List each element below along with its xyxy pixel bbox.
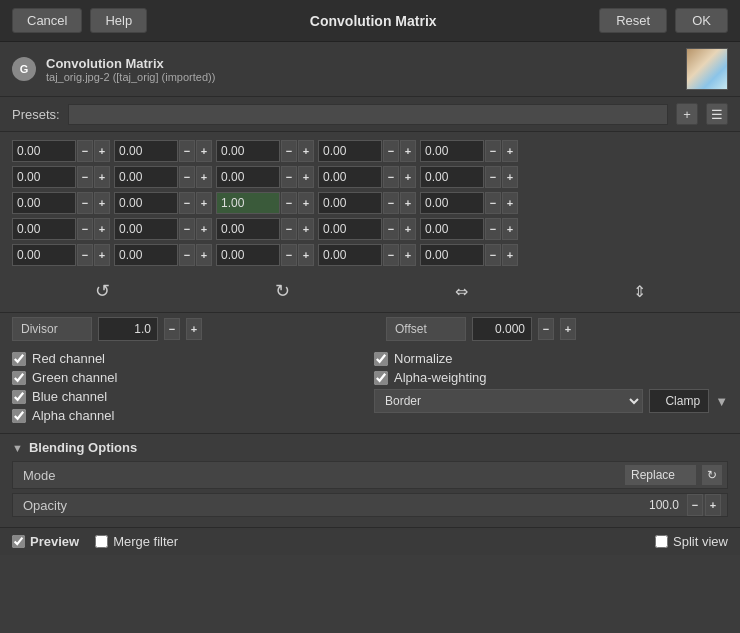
matrix-plus-0-3[interactable]: +	[400, 140, 416, 162]
matrix-minus-4-1[interactable]: −	[179, 244, 195, 266]
matrix-plus-0-2[interactable]: +	[298, 140, 314, 162]
matrix-input-3-2[interactable]	[216, 218, 280, 240]
matrix-minus-4-2[interactable]: −	[281, 244, 297, 266]
flip-vertical-button[interactable]: ⇕	[625, 280, 654, 303]
matrix-input-2-4[interactable]	[420, 192, 484, 214]
help-button[interactable]: Help	[90, 8, 147, 33]
matrix-input-0-3[interactable]	[318, 140, 382, 162]
matrix-input-1-4[interactable]	[420, 166, 484, 188]
matrix-plus-4-0[interactable]: +	[94, 244, 110, 266]
merge-filter-label[interactable]: Merge filter	[113, 534, 178, 549]
matrix-plus-1-2[interactable]: +	[298, 166, 314, 188]
alpha-weighting-label[interactable]: Alpha-weighting	[394, 370, 487, 385]
matrix-minus-0-0[interactable]: −	[77, 140, 93, 162]
matrix-input-0-4[interactable]	[420, 140, 484, 162]
merge-filter-checkbox[interactable]	[95, 535, 108, 548]
offset-decrement-button[interactable]: −	[538, 318, 554, 340]
matrix-plus-3-1[interactable]: +	[196, 218, 212, 240]
matrix-minus-3-1[interactable]: −	[179, 218, 195, 240]
preview-label[interactable]: Preview	[30, 534, 79, 549]
offset-increment-button[interactable]: +	[560, 318, 576, 340]
matrix-plus-4-2[interactable]: +	[298, 244, 314, 266]
matrix-input-4-0[interactable]	[12, 244, 76, 266]
blue-channel-checkbox[interactable]	[12, 390, 26, 404]
presets-add-button[interactable]: +	[676, 103, 698, 125]
matrix-plus-4-3[interactable]: +	[400, 244, 416, 266]
border-select[interactable]: Border	[374, 389, 643, 413]
matrix-input-1-2[interactable]	[216, 166, 280, 188]
matrix-plus-3-0[interactable]: +	[94, 218, 110, 240]
blue-channel-label[interactable]: Blue channel	[32, 389, 107, 404]
matrix-minus-1-0[interactable]: −	[77, 166, 93, 188]
normalize-checkbox[interactable]	[374, 352, 388, 366]
matrix-input-4-4[interactable]	[420, 244, 484, 266]
matrix-minus-1-3[interactable]: −	[383, 166, 399, 188]
matrix-plus-0-0[interactable]: +	[94, 140, 110, 162]
matrix-input-0-2[interactable]	[216, 140, 280, 162]
matrix-input-1-0[interactable]	[12, 166, 76, 188]
divisor-increment-button[interactable]: +	[186, 318, 202, 340]
split-view-checkbox[interactable]	[655, 535, 668, 548]
matrix-plus-4-4[interactable]: +	[502, 244, 518, 266]
red-channel-label[interactable]: Red channel	[32, 351, 105, 366]
rotate-cw-button[interactable]: ↻	[267, 278, 298, 304]
matrix-plus-1-0[interactable]: +	[94, 166, 110, 188]
matrix-plus-2-4[interactable]: +	[502, 192, 518, 214]
alpha-channel-checkbox[interactable]	[12, 409, 26, 423]
matrix-input-0-0[interactable]	[12, 140, 76, 162]
matrix-minus-1-2[interactable]: −	[281, 166, 297, 188]
matrix-plus-1-4[interactable]: +	[502, 166, 518, 188]
matrix-input-1-1[interactable]	[114, 166, 178, 188]
reset-button[interactable]: Reset	[599, 8, 667, 33]
blending-section-header[interactable]: ▼ Blending Options	[12, 440, 728, 455]
matrix-minus-2-3[interactable]: −	[383, 192, 399, 214]
alpha-channel-label[interactable]: Alpha channel	[32, 408, 114, 423]
matrix-input-2-0[interactable]	[12, 192, 76, 214]
matrix-plus-2-2[interactable]: +	[298, 192, 314, 214]
matrix-plus-2-1[interactable]: +	[196, 192, 212, 214]
matrix-minus-3-4[interactable]: −	[485, 218, 501, 240]
matrix-plus-0-4[interactable]: +	[502, 140, 518, 162]
green-channel-checkbox[interactable]	[12, 371, 26, 385]
normalize-label[interactable]: Normalize	[394, 351, 453, 366]
opacity-decrement-button[interactable]: −	[687, 494, 703, 516]
flip-horizontal-button[interactable]: ⇔	[447, 280, 476, 303]
matrix-minus-2-0[interactable]: −	[77, 192, 93, 214]
split-view-label[interactable]: Split view	[673, 534, 728, 549]
rotate-ccw-button[interactable]: ↺	[87, 278, 118, 304]
matrix-input-2-2[interactable]	[216, 192, 280, 214]
matrix-minus-0-3[interactable]: −	[383, 140, 399, 162]
matrix-input-4-2[interactable]	[216, 244, 280, 266]
matrix-plus-3-2[interactable]: +	[298, 218, 314, 240]
matrix-minus-0-1[interactable]: −	[179, 140, 195, 162]
matrix-minus-2-1[interactable]: −	[179, 192, 195, 214]
matrix-minus-1-4[interactable]: −	[485, 166, 501, 188]
matrix-minus-3-2[interactable]: −	[281, 218, 297, 240]
matrix-plus-1-1[interactable]: +	[196, 166, 212, 188]
matrix-minus-0-2[interactable]: −	[281, 140, 297, 162]
matrix-input-1-3[interactable]	[318, 166, 382, 188]
matrix-input-3-0[interactable]	[12, 218, 76, 240]
border-dropdown-arrow[interactable]: ▼	[715, 394, 728, 409]
presets-select[interactable]	[68, 104, 668, 125]
matrix-input-3-1[interactable]	[114, 218, 178, 240]
matrix-input-4-1[interactable]	[114, 244, 178, 266]
matrix-minus-2-4[interactable]: −	[485, 192, 501, 214]
matrix-minus-4-0[interactable]: −	[77, 244, 93, 266]
opacity-increment-button[interactable]: +	[705, 494, 721, 516]
matrix-minus-4-4[interactable]: −	[485, 244, 501, 266]
presets-menu-button[interactable]: ☰	[706, 103, 728, 125]
matrix-plus-2-0[interactable]: +	[94, 192, 110, 214]
matrix-input-0-1[interactable]	[114, 140, 178, 162]
matrix-input-3-3[interactable]	[318, 218, 382, 240]
matrix-plus-3-3[interactable]: +	[400, 218, 416, 240]
matrix-plus-4-1[interactable]: +	[196, 244, 212, 266]
alpha-weighting-checkbox[interactable]	[374, 371, 388, 385]
red-channel-checkbox[interactable]	[12, 352, 26, 366]
matrix-input-3-4[interactable]	[420, 218, 484, 240]
matrix-plus-2-3[interactable]: +	[400, 192, 416, 214]
matrix-plus-1-3[interactable]: +	[400, 166, 416, 188]
matrix-plus-0-1[interactable]: +	[196, 140, 212, 162]
ok-button[interactable]: OK	[675, 8, 728, 33]
mode-select[interactable]: Replace Normal Multiply Screen Overlay	[624, 464, 697, 486]
